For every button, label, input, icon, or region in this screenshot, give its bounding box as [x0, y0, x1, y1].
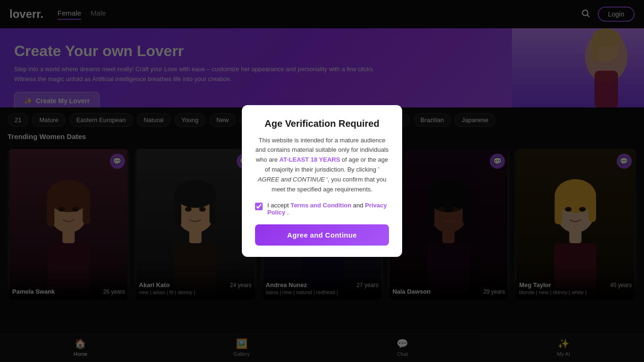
checkbox-pre-text: I accept: [267, 202, 289, 209]
agree-highlight: AGREE and CONTINUE: [258, 176, 325, 183]
checkbox-label: I accept Terms and Condition and Privacy…: [267, 202, 389, 216]
and-text-span: and: [353, 202, 363, 209]
checkbox-row: I accept Terms and Condition and Privacy…: [255, 202, 389, 216]
terms-link[interactable]: Terms and Condition: [290, 202, 351, 209]
period: .: [287, 209, 289, 216]
modal-body: This website is intended for a mature au…: [255, 136, 389, 195]
modal-overlay[interactable]: Age Verification Required This website i…: [0, 0, 644, 362]
accept-checkbox[interactable]: [255, 203, 263, 210]
agree-continue-button[interactable]: Agree and Continue: [255, 224, 389, 246]
modal-title: Age Verification Required: [255, 118, 389, 129]
age-verification-modal: Age Verification Required This website i…: [242, 105, 402, 257]
age-highlight: AT-LEAST 18 YEARS: [280, 156, 340, 163]
